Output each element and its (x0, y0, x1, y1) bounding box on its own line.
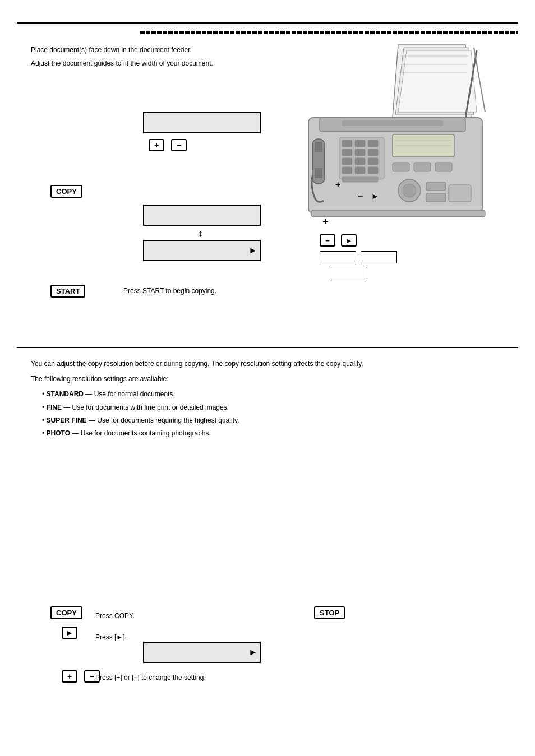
svg-rect-38 (449, 185, 471, 202)
svg-rect-33 (435, 163, 452, 171)
lower-step-desc-3: Press [+] or [−] to change the setting. (95, 672, 303, 683)
svg-text:►: ► (371, 192, 379, 201)
lower-step-desc-2: Press [►]. (95, 632, 303, 642)
lcd-display-2 (143, 205, 261, 226)
mid-rule (17, 347, 518, 348)
svg-rect-25 (355, 167, 365, 174)
start-button[interactable]: START (50, 285, 85, 298)
svg-rect-13 (315, 168, 322, 178)
arrow-button-lower[interactable]: ► (62, 627, 77, 639)
svg-rect-16 (355, 140, 365, 147)
lower-section-text: You can adjust the copy resolution befor… (31, 359, 502, 439)
svg-rect-18 (342, 149, 352, 156)
svg-marker-2 (398, 50, 477, 112)
step1-text: Place document(s) face down in the docum… (31, 45, 244, 68)
svg-rect-19 (355, 149, 365, 156)
fax-plus-label: + (322, 216, 329, 228)
svg-point-35 (403, 184, 416, 197)
plus-minus-row-2: + − (62, 670, 100, 683)
svg-rect-22 (355, 158, 365, 165)
plus-minus-row-1: + − (149, 139, 187, 151)
lcd-display-1 (143, 112, 261, 133)
svg-text:−: − (358, 191, 363, 201)
section-header-bar (140, 31, 518, 34)
svg-rect-17 (368, 140, 378, 147)
svg-rect-23 (368, 158, 378, 165)
plus-button-2[interactable]: + (62, 670, 77, 683)
lcd-display-lower: ► (143, 642, 261, 663)
svg-text:+: + (335, 180, 340, 189)
svg-rect-24 (342, 167, 352, 174)
display3-arrow: ► (248, 245, 257, 256)
fax-illustration: + − ► (275, 39, 510, 235)
updown-arrow: ↕ (198, 228, 203, 239)
fax-btn-box-1 (320, 251, 356, 263)
fax-arrow-indicator: ► (341, 234, 357, 247)
svg-rect-12 (315, 142, 322, 152)
svg-rect-37 (426, 193, 446, 202)
svg-rect-32 (414, 163, 431, 171)
lower-display-arrow: ► (248, 647, 257, 657)
svg-rect-21 (342, 158, 352, 165)
fax-btn-box-2 (361, 251, 397, 263)
copy-button-label-1[interactable]: COPY (50, 185, 82, 198)
fax-btn-box-3 (331, 267, 367, 279)
svg-rect-39 (311, 210, 485, 217)
lower-step-desc-1: Press COPY. (95, 611, 303, 621)
minus-button-1[interactable]: − (171, 139, 187, 151)
fax-diagram-labels: + (322, 216, 329, 228)
copy-button-label-2[interactable]: COPY (50, 606, 82, 619)
plus-button-1[interactable]: + (149, 139, 164, 151)
start-desc: Press START to begin copying. (123, 286, 280, 296)
fax-bottom-controls: − ► (320, 234, 397, 279)
lcd-display-3: ► (143, 240, 261, 261)
svg-rect-27 (342, 177, 378, 182)
svg-rect-10 (342, 120, 443, 126)
svg-rect-36 (426, 182, 446, 191)
top-rule (17, 22, 518, 24)
svg-rect-15 (342, 140, 352, 147)
svg-rect-26 (368, 167, 378, 174)
svg-rect-20 (368, 149, 378, 156)
fax-minus-indicator: − (320, 234, 335, 247)
stop-button-label[interactable]: STOP (314, 606, 345, 619)
svg-rect-31 (393, 163, 409, 171)
